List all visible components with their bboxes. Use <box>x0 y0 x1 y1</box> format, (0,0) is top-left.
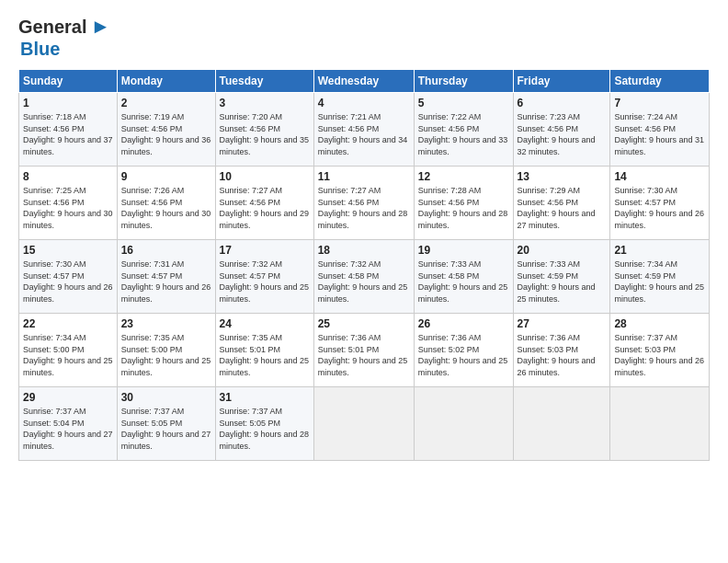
table-row: 29Sunrise: 7:37 AMSunset: 5:04 PMDayligh… <box>19 387 118 461</box>
table-row: 6Sunrise: 7:23 AMSunset: 4:56 PMDaylight… <box>513 93 610 167</box>
week-row-3: 22Sunrise: 7:34 AMSunset: 5:00 PMDayligh… <box>19 314 710 387</box>
day-info: Sunrise: 7:32 AMSunset: 4:57 PMDaylight:… <box>220 259 310 304</box>
day-info: Sunrise: 7:37 AMSunset: 5:03 PMDaylight:… <box>614 333 704 377</box>
table-row: 24Sunrise: 7:35 AMSunset: 5:01 PMDayligh… <box>215 314 313 387</box>
day-info: Sunrise: 7:21 AMSunset: 4:56 PMDaylight:… <box>318 112 408 156</box>
day-info: Sunrise: 7:37 AMSunset: 5:04 PMDaylight:… <box>23 407 113 451</box>
day-num: 11 <box>318 170 410 183</box>
table-row <box>513 387 610 461</box>
day-num: 31 <box>220 391 310 404</box>
table-row <box>313 387 414 461</box>
day-num: 10 <box>220 170 310 183</box>
day-info: Sunrise: 7:25 AMSunset: 4:56 PMDaylight:… <box>23 186 113 230</box>
table-row: 26Sunrise: 7:36 AMSunset: 5:02 PMDayligh… <box>414 314 513 387</box>
day-num: 28 <box>614 317 705 330</box>
day-num: 8 <box>23 170 113 183</box>
day-info: Sunrise: 7:36 AMSunset: 5:01 PMDaylight:… <box>318 333 408 377</box>
day-num: 20 <box>518 244 607 257</box>
table-row: 2Sunrise: 7:19 AMSunset: 4:56 PMDaylight… <box>117 93 215 167</box>
col-header-tuesday: Tuesday <box>215 70 313 93</box>
col-header-sunday: Sunday <box>19 70 118 93</box>
col-header-thursday: Thursday <box>414 70 513 93</box>
week-row-4: 29Sunrise: 7:37 AMSunset: 5:04 PMDayligh… <box>19 387 710 461</box>
table-row: 12Sunrise: 7:28 AMSunset: 4:56 PMDayligh… <box>414 167 513 240</box>
table-row <box>414 387 513 461</box>
table-row: 16Sunrise: 7:31 AMSunset: 4:57 PMDayligh… <box>117 240 215 314</box>
col-header-saturday: Saturday <box>610 70 710 93</box>
table-row: 22Sunrise: 7:34 AMSunset: 5:00 PMDayligh… <box>19 314 118 387</box>
day-num: 7 <box>614 97 705 109</box>
table-row: 1Sunrise: 7:18 AMSunset: 4:56 PMDaylight… <box>19 93 118 167</box>
day-info: Sunrise: 7:33 AMSunset: 4:59 PMDaylight:… <box>518 259 596 304</box>
table-row: 27Sunrise: 7:36 AMSunset: 5:03 PMDayligh… <box>513 314 610 387</box>
day-num: 15 <box>23 244 113 257</box>
table-row: 8Sunrise: 7:25 AMSunset: 4:56 PMDaylight… <box>19 167 118 240</box>
day-num: 17 <box>220 244 310 257</box>
day-num: 29 <box>23 391 113 404</box>
day-num: 30 <box>121 391 211 404</box>
day-info: Sunrise: 7:30 AMSunset: 4:57 PMDaylight:… <box>614 186 704 230</box>
page-container: General ► Blue SundayMondayTuesdayWednes… <box>0 0 728 470</box>
day-info: Sunrise: 7:24 AMSunset: 4:56 PMDaylight:… <box>614 112 704 156</box>
day-info: Sunrise: 7:31 AMSunset: 4:57 PMDaylight:… <box>121 259 211 304</box>
day-num: 14 <box>614 170 705 183</box>
day-info: Sunrise: 7:19 AMSunset: 4:56 PMDaylight:… <box>121 112 211 156</box>
week-row-1: 8Sunrise: 7:25 AMSunset: 4:56 PMDaylight… <box>19 167 710 240</box>
day-num: 19 <box>418 244 509 257</box>
day-info: Sunrise: 7:27 AMSunset: 4:56 PMDaylight:… <box>318 186 408 230</box>
table-row: 21Sunrise: 7:34 AMSunset: 4:59 PMDayligh… <box>610 240 710 314</box>
day-info: Sunrise: 7:37 AMSunset: 5:05 PMDaylight:… <box>121 407 211 451</box>
table-row <box>610 387 710 461</box>
logo-general: General <box>18 17 86 38</box>
table-row: 18Sunrise: 7:32 AMSunset: 4:58 PMDayligh… <box>313 240 414 314</box>
table-row: 20Sunrise: 7:33 AMSunset: 4:59 PMDayligh… <box>513 240 610 314</box>
logo: General ► Blue <box>18 15 110 60</box>
table-row: 4Sunrise: 7:21 AMSunset: 4:56 PMDaylight… <box>313 93 414 167</box>
day-info: Sunrise: 7:28 AMSunset: 4:56 PMDaylight:… <box>418 186 508 230</box>
logo-arrow-icon: ► <box>90 15 110 39</box>
table-row: 5Sunrise: 7:22 AMSunset: 4:56 PMDaylight… <box>414 93 513 167</box>
day-num: 9 <box>121 170 211 183</box>
table-row: 23Sunrise: 7:35 AMSunset: 5:00 PMDayligh… <box>117 314 215 387</box>
day-num: 5 <box>418 97 509 109</box>
day-info: Sunrise: 7:35 AMSunset: 5:01 PMDaylight:… <box>220 333 310 377</box>
day-num: 23 <box>121 317 211 330</box>
day-info: Sunrise: 7:23 AMSunset: 4:56 PMDaylight:… <box>518 112 596 156</box>
day-num: 1 <box>23 97 113 109</box>
day-num: 27 <box>518 317 607 330</box>
day-num: 24 <box>220 317 310 330</box>
day-info: Sunrise: 7:30 AMSunset: 4:57 PMDaylight:… <box>23 259 113 304</box>
table-row: 31Sunrise: 7:37 AMSunset: 5:05 PMDayligh… <box>215 387 313 461</box>
day-info: Sunrise: 7:27 AMSunset: 4:56 PMDaylight:… <box>220 186 310 230</box>
week-row-0: 1Sunrise: 7:18 AMSunset: 4:56 PMDaylight… <box>19 93 710 167</box>
day-info: Sunrise: 7:26 AMSunset: 4:56 PMDaylight:… <box>121 186 211 230</box>
table-row: 13Sunrise: 7:29 AMSunset: 4:56 PMDayligh… <box>513 167 610 240</box>
day-num: 12 <box>418 170 509 183</box>
col-header-friday: Friday <box>513 70 610 93</box>
table-row: 10Sunrise: 7:27 AMSunset: 4:56 PMDayligh… <box>215 167 313 240</box>
table-row: 7Sunrise: 7:24 AMSunset: 4:56 PMDaylight… <box>610 93 710 167</box>
table-row: 17Sunrise: 7:32 AMSunset: 4:57 PMDayligh… <box>215 240 313 314</box>
day-info: Sunrise: 7:18 AMSunset: 4:56 PMDaylight:… <box>23 112 113 156</box>
table-row: 30Sunrise: 7:37 AMSunset: 5:05 PMDayligh… <box>117 387 215 461</box>
day-num: 16 <box>121 244 211 257</box>
table-row: 14Sunrise: 7:30 AMSunset: 4:57 PMDayligh… <box>610 167 710 240</box>
calendar-table: SundayMondayTuesdayWednesdayThursdayFrid… <box>18 69 710 461</box>
day-info: Sunrise: 7:35 AMSunset: 5:00 PMDaylight:… <box>121 333 211 377</box>
table-row: 25Sunrise: 7:36 AMSunset: 5:01 PMDayligh… <box>313 314 414 387</box>
table-row: 9Sunrise: 7:26 AMSunset: 4:56 PMDaylight… <box>117 167 215 240</box>
day-info: Sunrise: 7:36 AMSunset: 5:02 PMDaylight:… <box>418 333 508 377</box>
table-row: 11Sunrise: 7:27 AMSunset: 4:56 PMDayligh… <box>313 167 414 240</box>
day-info: Sunrise: 7:22 AMSunset: 4:56 PMDaylight:… <box>418 112 508 156</box>
header-row: SundayMondayTuesdayWednesdayThursdayFrid… <box>19 70 710 93</box>
day-info: Sunrise: 7:34 AMSunset: 5:00 PMDaylight:… <box>23 333 113 377</box>
day-num: 22 <box>23 317 113 330</box>
day-info: Sunrise: 7:34 AMSunset: 4:59 PMDaylight:… <box>614 259 704 304</box>
header: General ► Blue <box>18 15 710 60</box>
day-info: Sunrise: 7:20 AMSunset: 4:56 PMDaylight:… <box>220 112 310 156</box>
day-num: 6 <box>518 97 607 109</box>
day-num: 3 <box>220 97 310 109</box>
day-info: Sunrise: 7:29 AMSunset: 4:56 PMDaylight:… <box>518 186 596 230</box>
col-header-monday: Monday <box>117 70 215 93</box>
day-num: 2 <box>121 97 211 109</box>
